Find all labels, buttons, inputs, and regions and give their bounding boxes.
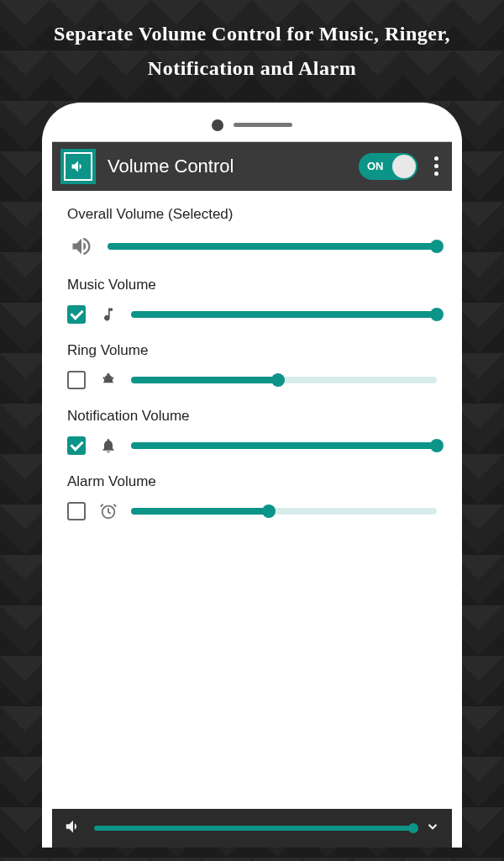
volume-icon [70, 158, 87, 175]
checkbox-music[interactable] [67, 305, 86, 324]
bell-icon [97, 436, 119, 455]
slider-alarm[interactable] [131, 508, 437, 515]
slider-music[interactable] [131, 311, 437, 318]
app-icon [60, 149, 96, 184]
toggle-label: ON [367, 160, 384, 172]
ringer-icon [97, 372, 119, 388]
section-overall: Overall Volume (Selected) [67, 206, 437, 258]
speaker-slit [234, 123, 292, 127]
alarm-clock-icon [97, 502, 119, 520]
bottom-slider[interactable] [94, 826, 413, 831]
bottom-bar [52, 809, 452, 848]
overflow-menu-button[interactable] [429, 156, 444, 176]
checkbox-alarm[interactable] [67, 502, 86, 520]
label-alarm: Alarm Volume [67, 473, 437, 490]
app-bar: Volume Control ON [52, 142, 452, 191]
volume-list: Overall Volume (Selected) Music Volume [52, 191, 452, 809]
phone-screen: Volume Control ON Overall Volume (Select… [52, 141, 452, 848]
chevron-down-icon[interactable] [425, 819, 440, 837]
toggle-knob [392, 155, 416, 178]
phone-frame: Volume Control ON Overall Volume (Select… [42, 103, 462, 848]
label-ring: Ring Volume [67, 342, 437, 359]
checkbox-ring[interactable] [67, 371, 86, 389]
phone-earpiece [52, 113, 452, 141]
camera-dot [212, 119, 223, 131]
master-toggle[interactable]: ON [359, 153, 417, 180]
label-music: Music Volume [67, 277, 437, 293]
bottom-speaker-icon [64, 817, 82, 839]
section-alarm: Alarm Volume [67, 473, 437, 520]
promo-headline: Separate Volume Control for Music, Ringe… [0, 0, 504, 94]
label-notification: Notification Volume [67, 408, 437, 425]
app-title: Volume Control [108, 156, 347, 177]
slider-ring[interactable] [131, 377, 437, 383]
music-note-icon [97, 305, 119, 324]
section-ring: Ring Volume [67, 342, 437, 389]
slider-notification[interactable] [131, 442, 437, 449]
slider-overall[interactable] [108, 243, 437, 250]
section-notification: Notification Volume [67, 408, 437, 455]
checkbox-notification[interactable] [67, 436, 86, 455]
label-overall: Overall Volume (Selected) [67, 206, 437, 223]
speaker-icon [67, 235, 96, 258]
section-music: Music Volume [67, 277, 437, 324]
